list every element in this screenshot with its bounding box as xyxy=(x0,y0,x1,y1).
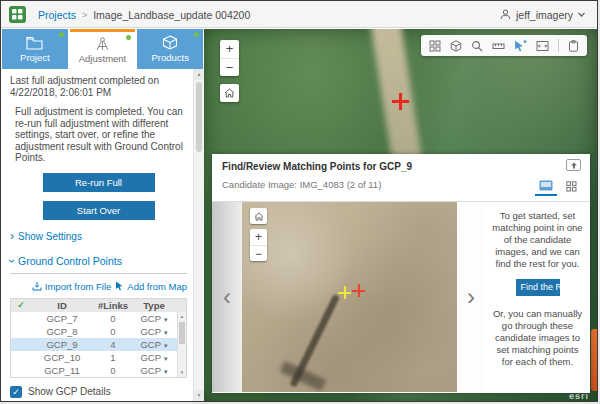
gcp-marker[interactable] xyxy=(392,93,409,110)
last-adjustment-status: Last full adjustment completed on 4/22/2… xyxy=(10,75,187,98)
row-check-cell xyxy=(11,338,31,351)
candidate-image-viewer[interactable]: + − xyxy=(242,202,457,392)
panel-scrollbar[interactable]: ▲ ▼ xyxy=(193,69,204,401)
instructions-intro: To get started, set matching point in on… xyxy=(491,210,584,270)
breadcrumb-separator: > xyxy=(82,10,87,20)
gcp-type: GCP xyxy=(140,313,161,324)
table-row-gcp10[interactable]: GCP_10 1 GCP▾ xyxy=(11,351,186,364)
chevron-right-icon: › xyxy=(467,283,475,311)
tab-label: Adjustment xyxy=(79,53,127,64)
scrollbar-thumb[interactable] xyxy=(196,82,202,152)
import-icon xyxy=(32,281,42,291)
scroll-down-icon[interactable]: ▼ xyxy=(178,368,186,377)
matching-panel-body: ‹ + − › xyxy=(212,202,590,392)
grid-view-button[interactable] xyxy=(560,177,582,196)
clipboard-icon[interactable] xyxy=(568,40,579,52)
scroll-up-icon[interactable]: ▲ xyxy=(194,69,204,80)
gcp-section-label: Ground Control Points xyxy=(18,255,122,267)
single-image-view-button[interactable] xyxy=(535,177,557,196)
row-check-cell xyxy=(11,351,31,364)
find-the-rest-button[interactable]: Find the Rest xyxy=(516,279,560,296)
toolbar-divider xyxy=(558,39,559,52)
next-image-button[interactable]: › xyxy=(457,202,485,392)
show-gcp-details-checkbox[interactable]: ✓ xyxy=(10,386,22,398)
map-view[interactable]: + − xyxy=(204,29,597,401)
type-dropdown-icon[interactable]: ▾ xyxy=(164,329,168,336)
home-icon xyxy=(224,88,235,98)
zoom-in-button[interactable]: + xyxy=(250,229,267,245)
start-over-button[interactable]: Start Over xyxy=(43,201,155,220)
collapse-panel-button[interactable] xyxy=(566,159,581,171)
matching-points-panel: Find/Review Matching Points for GCP_9 Ca… xyxy=(212,154,590,393)
tab-project[interactable]: Project xyxy=(2,29,68,69)
search-icon[interactable] xyxy=(471,40,483,52)
chevron-right-icon: › xyxy=(10,232,14,240)
status-dot xyxy=(194,32,199,37)
map-pointer-icon xyxy=(115,281,124,291)
top-bar: Projects > Image_Landbase_update 004200 … xyxy=(1,1,597,28)
type-dropdown-icon[interactable]: ▾ xyxy=(164,316,168,323)
column-header-type[interactable]: Type xyxy=(133,299,175,312)
image-extent-icon[interactable] xyxy=(536,40,549,52)
app-window: Projects > Image_Landbase_update 004200 … xyxy=(0,0,598,402)
show-gcp-details-label: Show GCP Details xyxy=(28,386,111,397)
image-home-button[interactable] xyxy=(250,208,267,224)
card-view-icon xyxy=(539,180,553,191)
gcp-type: GCP xyxy=(140,326,161,337)
column-header-id[interactable]: ID xyxy=(31,299,93,312)
table-row-gcp11[interactable]: GCP_11 0 GCP▾ xyxy=(11,364,186,377)
gcp-links: 0 xyxy=(93,325,133,338)
table-row-gcp9-selected[interactable]: GCP_9 4 GCP▾ xyxy=(11,338,186,351)
adjustment-description: Full adjustment is completed. You can re… xyxy=(15,106,187,164)
gcp-section-toggle[interactable]: › Ground Control Points xyxy=(10,255,187,267)
check-column-icon: ✓ xyxy=(11,299,31,312)
add-from-map-link[interactable]: Add from Map xyxy=(115,281,187,292)
table-row-gcp8[interactable]: GCP_8 0 GCP▾ xyxy=(11,325,186,338)
matching-panel-title: Find/Review Matching Points for GCP_9 xyxy=(222,161,580,172)
column-header-links[interactable]: #Links xyxy=(93,299,133,312)
gcp-id: GCP_8 xyxy=(31,325,93,338)
type-dropdown-icon[interactable]: ▾ xyxy=(164,368,168,375)
gcp-links: 1 xyxy=(93,351,133,364)
table-scrollbar[interactable]: ▲ ▼ xyxy=(177,312,186,377)
adjustment-tripod-icon xyxy=(94,37,111,51)
gcp-table-header: ✓ ID #Links Type xyxy=(11,299,186,312)
zoom-in-button[interactable]: + xyxy=(220,40,239,58)
tab-adjustment[interactable]: Adjustment xyxy=(70,29,136,69)
show-settings-toggle[interactable]: › Show Settings xyxy=(10,231,187,242)
match-marker-red[interactable] xyxy=(352,284,365,297)
tab-products[interactable]: Products xyxy=(137,29,203,69)
type-dropdown-icon[interactable]: ▾ xyxy=(164,342,168,349)
home-button[interactable] xyxy=(220,84,239,102)
user-menu[interactable]: jeff_imagery xyxy=(500,1,585,28)
breadcrumb-projects-link[interactable]: Projects xyxy=(38,9,76,21)
scrollbar-thumb[interactable] xyxy=(179,322,185,344)
match-marker-yellow[interactable] xyxy=(338,286,351,299)
type-dropdown-icon[interactable]: ▾ xyxy=(164,355,168,362)
basemap-icon[interactable] xyxy=(450,40,462,52)
gcp-type-cell: GCP▾ xyxy=(133,325,175,338)
gcp-links: 4 xyxy=(93,338,133,351)
previous-image-button[interactable]: ‹ xyxy=(212,202,242,392)
measure-icon[interactable] xyxy=(492,40,505,52)
orange-cone-imagery xyxy=(591,329,597,391)
import-from-file-link[interactable]: Import from File xyxy=(32,281,112,292)
tab-bar: Project Adjustment Products xyxy=(1,29,204,69)
gcp-links: 0 xyxy=(93,364,133,377)
rerun-full-button[interactable]: Re-run Full xyxy=(43,173,155,192)
grid-view-icon xyxy=(566,181,577,192)
scroll-down-icon[interactable]: ▼ xyxy=(194,390,204,401)
edit-gcp-pointer-icon[interactable] xyxy=(514,40,527,52)
chevron-down-icon: › xyxy=(8,259,16,263)
zoom-out-button[interactable]: − xyxy=(220,58,239,76)
row-check-cell xyxy=(11,312,31,325)
table-row-gcp7[interactable]: GCP_7 0 GCP▾ xyxy=(11,312,186,325)
zoom-out-button[interactable]: − xyxy=(250,245,267,261)
gcp-table: ✓ ID #Links Type GCP_7 0 GCP▾ GCP_8 0 GC… xyxy=(10,298,187,378)
status-dot xyxy=(126,35,131,40)
show-settings-label: Show Settings xyxy=(18,231,82,242)
scroll-up-icon[interactable]: ▲ xyxy=(178,312,186,321)
gcp-type-cell: GCP▾ xyxy=(133,351,175,364)
select-images-grid-icon[interactable] xyxy=(429,40,441,52)
map-zoom-widget: + − xyxy=(220,40,239,76)
